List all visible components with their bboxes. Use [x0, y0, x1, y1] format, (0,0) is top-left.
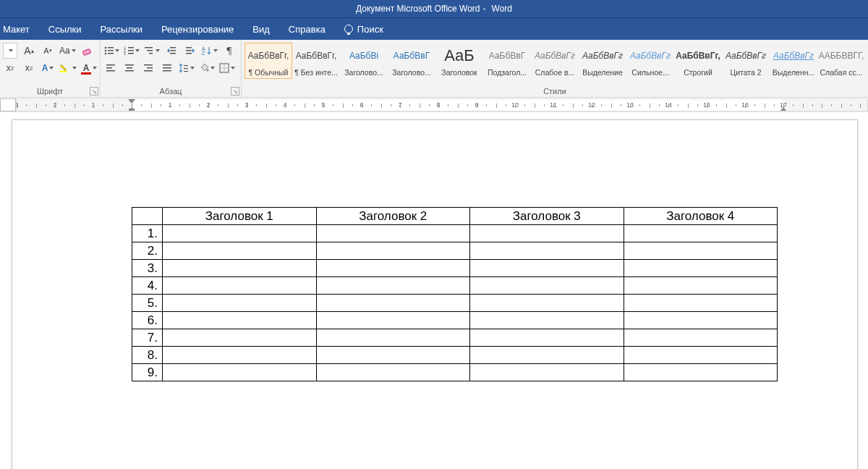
superscript-button[interactable]: x2 — [22, 60, 36, 76]
table-cell[interactable] — [163, 277, 317, 295]
font-color-button[interactable]: A — [81, 60, 97, 76]
table-row[interactable]: 3. — [132, 260, 778, 277]
table-cell[interactable] — [470, 329, 624, 347]
style-item[interactable]: АаБбВвГПодзагол... — [483, 43, 531, 79]
font-picker[interactable] — [3, 43, 17, 59]
table-header-cell[interactable]: Заголовок 4 — [624, 208, 778, 225]
row-number-cell[interactable]: 8. — [132, 347, 163, 364]
style-item[interactable]: АаБбВвГг,¶ Без инте... — [292, 43, 340, 79]
tell-me-search[interactable]: Поиск — [344, 24, 383, 35]
right-indent-marker[interactable] — [780, 107, 787, 111]
table-cell[interactable] — [163, 364, 317, 381]
table-cell[interactable] — [470, 312, 624, 329]
table-row[interactable]: 8. — [132, 347, 778, 364]
table-cell[interactable] — [624, 364, 778, 381]
document-table[interactable]: Заголовок 1 Заголовок 2 Заголовок 3 Заго… — [132, 207, 778, 381]
left-indent-marker[interactable] — [129, 109, 135, 111]
document-area[interactable]: Заголовок 1 Заголовок 2 Заголовок 3 Заго… — [0, 112, 868, 469]
table-cell[interactable] — [470, 295, 624, 312]
style-item[interactable]: ААББВВГГ,Слабая сс... — [817, 43, 865, 79]
bullets-button[interactable] — [103, 43, 119, 59]
table-cell[interactable] — [316, 329, 470, 347]
row-number-cell[interactable]: 2. — [132, 242, 163, 260]
change-case-button[interactable]: Aa — [59, 43, 76, 59]
row-number-cell[interactable]: 3. — [132, 260, 163, 277]
increase-indent-button[interactable] — [183, 43, 197, 59]
table-row[interactable]: 1. — [132, 225, 778, 242]
show-marks-button[interactable]: ¶ — [222, 43, 237, 59]
subscript-button[interactable]: x2 — [3, 60, 17, 76]
table-cell[interactable] — [624, 295, 778, 312]
tab-references[interactable]: Ссылки — [48, 24, 82, 35]
shrink-font-button[interactable]: A▾ — [41, 43, 55, 59]
table-cell[interactable] — [624, 329, 778, 347]
numbering-button[interactable]: 123 — [124, 43, 140, 59]
table-cell[interactable] — [163, 260, 317, 277]
text-effects-button[interactable]: A — [41, 60, 55, 76]
styles-gallery[interactable]: АаБбВвГг,¶ ОбычныйАаБбВвГг,¶ Без инте...… — [244, 43, 865, 79]
highlight-button[interactable] — [59, 60, 77, 76]
table-cell[interactable] — [470, 277, 624, 295]
grow-font-button[interactable]: A▴ — [22, 43, 36, 59]
horizontal-ruler[interactable]: 3211234567891011121314151617 — [16, 98, 868, 111]
table-header-cell[interactable]: Заголовок 1 — [163, 208, 317, 225]
row-number-cell[interactable]: 6. — [132, 312, 163, 329]
decrease-indent-button[interactable] — [164, 43, 179, 59]
table-cell[interactable] — [624, 242, 778, 260]
table-cell[interactable] — [163, 242, 317, 260]
sort-button[interactable]: AZ — [202, 43, 218, 59]
style-item[interactable]: АаБбВвГгСлабое в... — [531, 43, 579, 79]
row-number-cell[interactable]: 5. — [132, 295, 163, 312]
table-cell[interactable] — [316, 225, 470, 242]
style-item[interactable]: АаБбВвГг,¶ Обычный — [244, 43, 292, 79]
table-cell[interactable] — [624, 277, 778, 295]
table-header-cell[interactable]: Заголовок 2 — [316, 208, 470, 225]
table-cell[interactable] — [624, 347, 778, 364]
table-row[interactable]: 4. — [132, 277, 778, 295]
row-number-cell[interactable]: 4. — [132, 277, 163, 295]
ruler[interactable]: 3211234567891011121314151617 — [0, 98, 868, 112]
style-item[interactable]: АаБЗаголовок — [435, 43, 483, 79]
table-cell[interactable] — [624, 260, 778, 277]
table-cell[interactable] — [163, 295, 317, 312]
table-cell[interactable] — [624, 225, 778, 242]
tab-layout[interactable]: Макет — [3, 24, 30, 35]
table-cell[interactable] — [470, 260, 624, 277]
shading-button[interactable] — [199, 60, 215, 76]
style-item[interactable]: АаБбВвГгВыделение — [579, 43, 626, 79]
table-cell[interactable] — [316, 347, 470, 364]
row-number-cell[interactable]: 7. — [132, 329, 163, 347]
line-spacing-button[interactable] — [179, 60, 195, 76]
style-item[interactable]: АаБбВвГЗаголово... — [388, 43, 435, 79]
multilevel-list-button[interactable] — [144, 43, 160, 59]
borders-button[interactable] — [219, 60, 235, 76]
tab-help[interactable]: Справка — [289, 24, 326, 35]
table-cell[interactable] — [163, 225, 317, 242]
table-cell[interactable] — [163, 312, 317, 329]
row-number-cell[interactable]: 1. — [132, 225, 163, 242]
row-number-cell[interactable]: 9. — [132, 364, 163, 381]
tab-view[interactable]: Вид — [252, 24, 270, 35]
table-row[interactable]: 6. — [132, 312, 778, 329]
table-cell[interactable] — [316, 312, 470, 329]
table-row[interactable]: 9. — [132, 364, 778, 381]
table-header-cell[interactable]: Заголовок 3 — [470, 208, 624, 225]
table-cell[interactable] — [624, 312, 778, 329]
table-header-row[interactable]: Заголовок 1 Заголовок 2 Заголовок 3 Заго… — [132, 208, 778, 225]
align-center-button[interactable] — [122, 60, 137, 76]
table-cell[interactable] — [316, 242, 470, 260]
table-cell[interactable] — [316, 364, 470, 381]
style-item[interactable]: АаБбВіЗаголово... — [340, 43, 388, 79]
clear-formatting-button[interactable] — [80, 43, 95, 59]
align-left-button[interactable] — [103, 60, 118, 76]
align-justify-button[interactable] — [160, 60, 174, 76]
style-item[interactable]: АаБбВвГгЦитата 2 — [722, 43, 770, 79]
font-dialog-launcher[interactable]: ↘ — [90, 87, 98, 96]
style-item[interactable]: АаБбВвГгВыделенн... — [770, 43, 817, 79]
paragraph-dialog-launcher[interactable]: ↘ — [231, 87, 239, 96]
table-row[interactable]: 5. — [132, 295, 778, 312]
table-header-cell[interactable] — [132, 208, 163, 225]
table-row[interactable]: 7. — [132, 329, 778, 347]
table-cell[interactable] — [163, 329, 317, 347]
style-item[interactable]: АаБбВвГг,Строгий — [674, 43, 722, 79]
